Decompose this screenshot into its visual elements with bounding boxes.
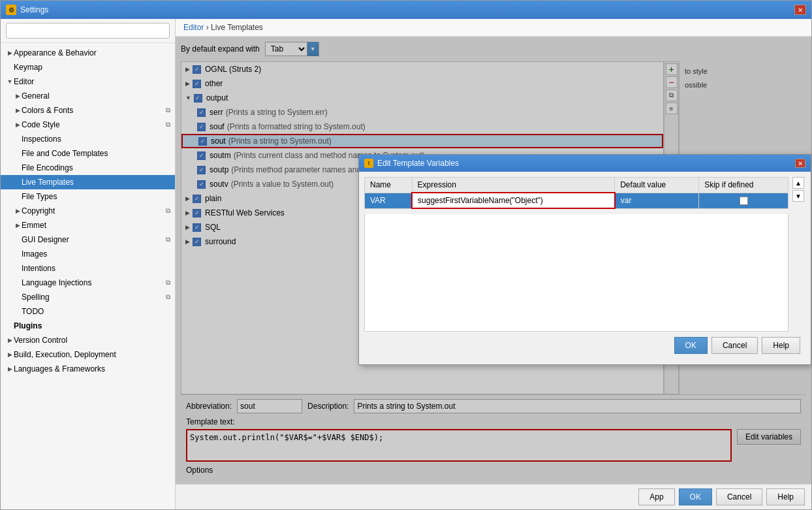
sidebar-item-keymap[interactable]: Keymap	[1, 60, 175, 74]
sidebar-item-label: Languages & Frameworks	[14, 364, 105, 374]
breadcrumb-separator: ›	[206, 23, 211, 32]
search-input[interactable]	[6, 23, 170, 39]
variables-table: Name Expression Default value Skip if de…	[364, 177, 789, 209]
sidebar-item-spelling[interactable]: Spelling ⧉	[1, 290, 175, 304]
table-with-nav: Name Expression Default value Skip if de…	[364, 177, 805, 332]
window-title: Settings	[20, 5, 48, 14]
main-content-area: ▶ Appearance & Behavior Keymap ▼ Editor …	[1, 19, 811, 509]
cell-default: var	[615, 193, 699, 208]
copy-icon: ⧉	[163, 235, 172, 244]
ok-button[interactable]: OK	[679, 488, 712, 505]
sidebar-item-images[interactable]: Images	[1, 247, 175, 261]
sidebar-item-emmet[interactable]: ▶ Emmet	[1, 218, 175, 232]
copy-icon: ⧉	[163, 293, 172, 302]
sidebar-item-code-style[interactable]: ▶ Code Style ⧉	[1, 118, 175, 132]
help-button[interactable]: Help	[766, 488, 805, 505]
expand-icon: ▶	[14, 121, 22, 129]
sidebar-item-label: File and Code Templates	[22, 149, 108, 158]
sidebar-item-build-execution[interactable]: ▶ Build, Execution, Deployment	[1, 347, 175, 362]
cell-skip	[699, 193, 789, 208]
expand-icon: ▶	[14, 106, 22, 114]
sidebar-item-appearance[interactable]: ▶ Appearance & Behavior	[1, 46, 175, 60]
edit-template-variables-dialog: ! Edit Template Variables ✕	[358, 154, 811, 365]
sidebar-item-general[interactable]: ▶ General	[1, 89, 175, 103]
sidebar-item-label: Build, Execution, Deployment	[14, 350, 116, 359]
sidebar-item-label: Appearance & Behavior	[14, 48, 97, 57]
sidebar-item-label: Copyright	[22, 206, 55, 215]
sidebar-item-label: Colors & Fonts	[22, 106, 73, 115]
apply-button[interactable]: App	[638, 488, 674, 505]
copy-icon: ⧉	[163, 278, 172, 287]
table-empty-area	[364, 214, 789, 332]
cancel-button[interactable]: Cancel	[716, 488, 762, 505]
expand-icon: ▶	[14, 92, 22, 100]
expand-icon: ▶	[6, 351, 14, 359]
breadcrumb-parent: Editor	[183, 23, 204, 32]
sidebar-item-label: Images	[22, 249, 47, 259]
sidebar-item-version-control[interactable]: ▶ Version Control	[1, 333, 175, 347]
search-box	[1, 19, 175, 43]
sidebar-item-file-encodings[interactable]: File Encodings	[1, 161, 175, 175]
skip-checkbox[interactable]	[740, 197, 748, 205]
dialog-help-button[interactable]: Help	[762, 337, 800, 354]
dialog-close-button[interactable]: ✕	[795, 159, 805, 168]
sidebar-item-label: Plugins	[14, 321, 42, 330]
sidebar-item-label: Inspections	[22, 135, 61, 144]
dialog-ok-button[interactable]: OK	[674, 337, 708, 354]
title-controls: ✕	[794, 5, 806, 15]
sidebar-item-inspections[interactable]: Inspections	[1, 132, 175, 146]
cell-expression[interactable]: suggestFirstVariableName("Object")	[412, 193, 615, 208]
sidebar-item-file-types[interactable]: File Types	[1, 189, 175, 204]
sidebar-item-label: Code Style	[22, 120, 60, 129]
close-button[interactable]: ✕	[794, 5, 806, 15]
sidebar-item-language-injections[interactable]: Language Injections ⧉	[1, 276, 175, 290]
sidebar-item-label: Intentions	[22, 264, 55, 273]
table-row[interactable]: VAR suggestFirstVariableName("Object") v…	[365, 193, 789, 208]
sidebar-item-label: File Types	[22, 192, 57, 201]
sidebar-item-todo[interactable]: TODO	[1, 304, 175, 319]
title-bar: ⚙ Settings ✕	[1, 1, 811, 19]
cell-name: VAR	[365, 193, 413, 208]
dialog-icon: !	[364, 159, 373, 168]
sidebar-item-label: Version Control	[14, 336, 67, 345]
col-expression: Expression	[412, 178, 615, 193]
expand-icon	[14, 193, 22, 200]
sidebar-item-gui-designer[interactable]: GUI Designer ⧉	[1, 232, 175, 247]
col-name: Name	[365, 178, 413, 193]
nav-up-button[interactable]: ▲	[792, 177, 804, 189]
col-skip-if-defined: Skip if defined	[699, 178, 789, 193]
window-icon: ⚙	[6, 5, 16, 15]
breadcrumb: Editor › Live Templates	[176, 19, 811, 37]
copy-icon: ⧉	[163, 106, 172, 115]
expand-icon: ▶	[6, 365, 14, 373]
bottom-bar: App OK Cancel Help	[176, 484, 811, 509]
sidebar-item-file-code-templates[interactable]: File and Code Templates	[1, 146, 175, 161]
dialog-title-left: ! Edit Template Variables	[364, 159, 459, 168]
sidebar-item-label: TODO	[22, 307, 44, 316]
expand-icon	[14, 308, 22, 315]
sidebar-item-colors-fonts[interactable]: ▶ Colors & Fonts ⧉	[1, 103, 175, 118]
expand-icon	[6, 63, 14, 71]
dialog-nav: ▲ ▼	[791, 177, 805, 332]
expand-icon	[14, 293, 22, 301]
dialog-title: Edit Template Variables	[377, 159, 459, 168]
sidebar-item-intentions[interactable]: Intentions	[1, 261, 175, 276]
dialog-cancel-button[interactable]: Cancel	[711, 337, 758, 354]
sidebar-item-label: Editor	[14, 77, 34, 86]
nav-down-button[interactable]: ▼	[792, 190, 804, 202]
expand-icon: ▶	[14, 207, 22, 215]
table-container: Name Expression Default value Skip if de…	[364, 177, 789, 332]
col-default-value: Default value	[615, 178, 699, 193]
sidebar-item-label: Emmet	[22, 221, 46, 230]
sidebar-item-label: Live Templates	[22, 178, 74, 187]
sidebar-item-plugins[interactable]: Plugins	[1, 319, 175, 333]
expand-icon: ▶	[6, 49, 14, 57]
sidebar: ▶ Appearance & Behavior Keymap ▼ Editor …	[1, 19, 176, 509]
dialog-titlebar: ! Edit Template Variables ✕	[359, 155, 811, 172]
sidebar-item-copyright[interactable]: ▶ Copyright ⧉	[1, 204, 175, 218]
sidebar-item-live-templates[interactable]: Live Templates	[1, 175, 175, 189]
sidebar-item-languages-frameworks[interactable]: ▶ Languages & Frameworks	[1, 362, 175, 376]
sidebar-item-label: Keymap	[14, 63, 42, 72]
expand-icon	[14, 236, 22, 244]
sidebar-item-editor[interactable]: ▼ Editor	[1, 74, 175, 89]
